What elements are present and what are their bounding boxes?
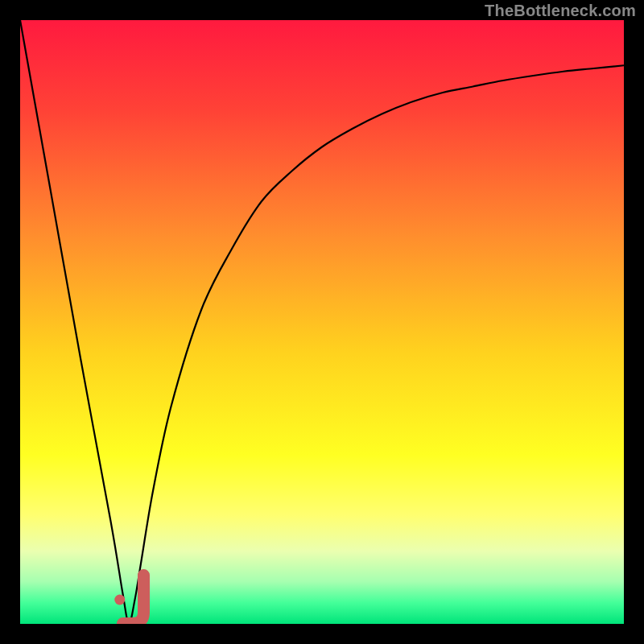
svg-point-1	[114, 595, 125, 605]
bottleneck-curve	[20, 20, 624, 624]
curve-layer	[20, 20, 624, 624]
plot-area	[20, 20, 624, 624]
optimal-point-dot	[114, 595, 125, 605]
chart-frame: TheBottleneck.com	[0, 0, 644, 644]
watermark-text: TheBottleneck.com	[485, 2, 636, 20]
